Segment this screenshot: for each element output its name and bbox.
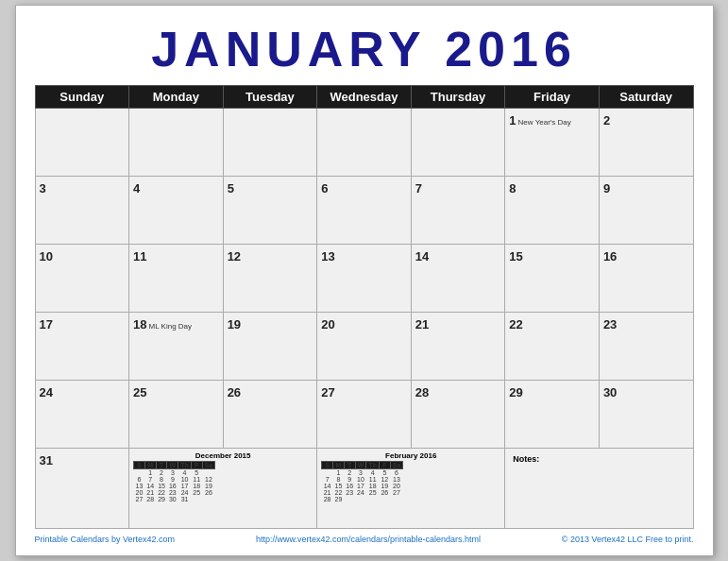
- day-number: 27: [321, 385, 334, 400]
- calendar-cell-notes: Notes:: [505, 448, 693, 528]
- day-number: 1: [509, 113, 516, 128]
- weekday-header-row: Sunday Monday Tuesday Wednesday Thursday…: [35, 85, 693, 108]
- calendar-cell: 23: [599, 312, 693, 380]
- calendar-cell: 19: [223, 312, 317, 380]
- calendar-cell: 7: [411, 176, 505, 244]
- calendar-cell: 20: [317, 312, 412, 380]
- calendar-cell: 14: [411, 244, 505, 312]
- calendar-cell: 21: [411, 312, 505, 380]
- day-number: 8: [509, 181, 516, 196]
- day-number: 13: [321, 249, 334, 264]
- day-number: 16: [603, 249, 617, 264]
- calendar-cell: 13: [317, 244, 412, 312]
- calendar-cell: [35, 108, 129, 176]
- calendar-cell: 24: [35, 380, 129, 448]
- calendar-cell: 12: [223, 244, 317, 312]
- day-number: 30: [603, 385, 617, 400]
- mini-calendar-feb: February 2016SMTWThFSa123456789101112131…: [321, 451, 500, 502]
- header-tuesday: Tuesday: [223, 85, 317, 108]
- calendar-cell: 26: [223, 380, 317, 448]
- calendar-cell: 2: [599, 108, 693, 176]
- calendar-cell: 29: [505, 380, 600, 448]
- day-number: 23: [603, 317, 617, 332]
- day-number: 3: [40, 181, 46, 196]
- day-number: 26: [228, 385, 241, 400]
- day-number: 6: [321, 181, 328, 196]
- calendar-cell: 15: [505, 244, 600, 312]
- calendar-grid: Sunday Monday Tuesday Wednesday Thursday…: [35, 85, 694, 529]
- calendar-cell: 5: [223, 176, 317, 244]
- calendar-cell-dec-mini: December 2015SMTWThFSa123456789101112131…: [129, 448, 317, 528]
- day-number: 29: [509, 385, 522, 400]
- day-number: 12: [228, 249, 241, 264]
- calendar-title: JANUARY 2016: [35, 23, 694, 76]
- calendar-cell: 3: [35, 176, 129, 244]
- day-number: 28: [415, 385, 429, 400]
- calendar-cell: 25: [129, 380, 224, 448]
- calendar-cell: 4: [129, 176, 224, 244]
- notes-label: Notes:: [509, 451, 688, 467]
- calendar-cell: 9: [599, 176, 693, 244]
- calendar-cell: [317, 108, 412, 176]
- footer-center: http://www.vertex42.com/calendars/printa…: [256, 535, 481, 544]
- header-friday: Friday: [505, 85, 600, 108]
- day-number: 19: [228, 317, 241, 332]
- calendar-cell-31: 31: [35, 448, 129, 528]
- day-number: 22: [509, 317, 522, 332]
- day-number: 25: [133, 385, 146, 400]
- header-sunday: Sunday: [35, 85, 129, 108]
- calendar-cell: 16: [599, 244, 693, 312]
- calendar-cell: [411, 108, 505, 176]
- day-number: 10: [40, 249, 53, 264]
- header-monday: Monday: [129, 85, 224, 108]
- mini-calendar-dec: December 2015SMTWThFSa123456789101112131…: [133, 451, 313, 502]
- header-wednesday: Wednesday: [317, 85, 412, 108]
- calendar-cell: [129, 108, 224, 176]
- calendar-cell: 27: [317, 380, 412, 448]
- holiday-label: New Year's Day: [518, 118, 571, 127]
- calendar-cell: [223, 108, 317, 176]
- calendar-cell: 10: [35, 244, 129, 312]
- day-number: 11: [133, 249, 146, 264]
- holiday-label: ML King Day: [149, 322, 193, 331]
- footer-left: Printable Calendars by Vertex42.com: [35, 535, 176, 544]
- calendar-page: JANUARY 2016 Sunday Monday Tuesday Wedne…: [15, 5, 714, 555]
- day-number: 9: [603, 181, 610, 196]
- calendar-cell: 30: [599, 380, 693, 448]
- calendar-cell: 6: [317, 176, 412, 244]
- day-number: 7: [415, 181, 422, 196]
- day-number: 4: [133, 181, 140, 196]
- day-number: 2: [603, 113, 610, 128]
- day-number: 5: [228, 181, 234, 196]
- calendar-cell: 11: [129, 244, 224, 312]
- day-number: 24: [40, 385, 53, 400]
- footer-right: © 2013 Vertex42 LLC Free to print.: [562, 535, 694, 544]
- footer: Printable Calendars by Vertex42.com http…: [35, 535, 694, 544]
- day-number: 17: [40, 317, 53, 332]
- day-number: 15: [509, 249, 522, 264]
- calendar-cell: 1New Year's Day: [505, 108, 600, 176]
- day-number: 18: [133, 317, 146, 332]
- calendar-cell: 28: [411, 380, 505, 448]
- day-number: 21: [415, 317, 429, 332]
- header-saturday: Saturday: [599, 85, 693, 108]
- calendar-cell: 8: [505, 176, 600, 244]
- calendar-cell: 17: [35, 312, 129, 380]
- header-thursday: Thursday: [411, 85, 505, 108]
- calendar-cell-feb-mini: February 2016SMTWThFSa123456789101112131…: [317, 448, 505, 528]
- day-number: 20: [321, 317, 334, 332]
- calendar-cell: 22: [505, 312, 600, 380]
- calendar-cell: 18ML King Day: [129, 312, 224, 380]
- day-number: 14: [415, 249, 429, 264]
